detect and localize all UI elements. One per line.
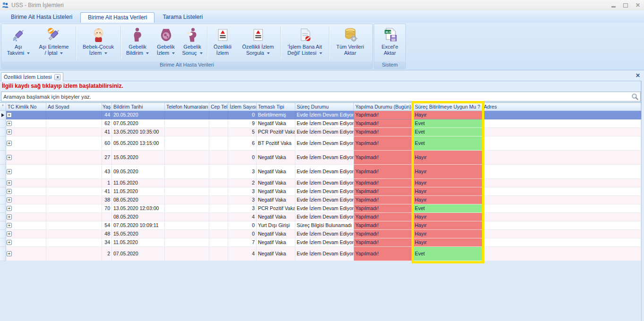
ribbon-tab-1[interactable]: Birime Ait Hasta Listeleri <box>4 12 79 23</box>
table-row[interactable]: +4309.05.20203Negatif VakaEvde İzlem Dev… <box>0 165 641 179</box>
cell-tc: + <box>6 247 46 261</box>
column-header-ad[interactable]: Ad Soyad <box>46 103 102 111</box>
expand-row-button[interactable]: + <box>7 112 12 118</box>
document-block-icon <box>297 27 313 42</box>
ribbon-tab-2[interactable]: Birime Ait Hasta Verileri <box>80 12 155 23</box>
ribbon-separator <box>76 26 76 59</box>
table-row[interactable]: +6005.05.2020 13:15:006BT Pozitif VakaEv… <box>0 136 641 151</box>
cell-uygun: Hayır <box>413 221 482 230</box>
minimize-button[interactable] <box>607 1 619 9</box>
cell-temasli: Negatif Vaka <box>257 196 295 204</box>
expand-row-button[interactable]: + <box>7 214 12 220</box>
cell-uygun: Evet <box>413 119 482 128</box>
ribbon-button-label: GebelikBildirim <box>126 44 149 56</box>
cell-yas: 2 <box>102 247 112 261</box>
ribbon-button-gebelik-i-zlem[interactable]: Gebelikİzlem <box>153 24 179 61</box>
cell-adres <box>482 196 641 204</box>
ribbon-button-a-erteleme-i-ptal[interactable]: Aşı Erteleme/ İptal <box>33 24 75 61</box>
column-header-yapilma[interactable]: Yapılma Durumu (Bugün) <box>354 103 413 111</box>
expand-row-button[interactable]: + <box>7 197 12 203</box>
cell-temasli: Negatif Vaka <box>257 230 295 238</box>
expand-row-button[interactable]: + <box>7 240 12 245</box>
column-header-telefon[interactable]: Telefon Numaraları <box>165 103 209 111</box>
ribbon-button-gebelik-sonu-[interactable]: GebelikSonuç <box>179 24 206 61</box>
column-header-bildirim[interactable]: Bildirim Tarihi <box>112 103 165 111</box>
expand-row-button[interactable]: + <box>7 121 12 126</box>
cell-tc: + <box>6 213 46 221</box>
cell-yas: 44 <box>102 111 112 119</box>
ribbon-tab-3[interactable]: Tarama Listeleri <box>155 12 210 23</box>
cell-izlem: 0 <box>228 151 257 165</box>
cell-uygun: Hayır <box>413 179 482 187</box>
cell-adres <box>482 165 641 179</box>
column-header-izlem[interactable]: İzlem Sayısı <box>228 103 257 111</box>
ribbon-button-excel-e-aktar[interactable]: XLSExcel'eAktar <box>377 24 403 61</box>
cell-cep <box>209 230 228 238</box>
table-row[interactable]: +08.05.20204Negatif VakaEvde İzlem Devam… <box>0 213 641 221</box>
doc-tab-ozellikli-izlem[interactable]: Özellikli İzlem Listesi x <box>1 72 63 81</box>
close-button[interactable]: ✕ <box>632 1 644 9</box>
column-header-yas[interactable]: Yaş <box>102 103 112 111</box>
table-row[interactable]: +3411.05.20207Negatif VakaEvde İzlem Dev… <box>0 238 641 247</box>
expand-row-button[interactable]: + <box>7 189 12 194</box>
column-header-temasli[interactable]: Temaslı Tipi <box>257 103 295 111</box>
table-row[interactable]: +4815.05.20200Negatif VakaEvde İzlem Dev… <box>0 230 641 238</box>
ribbon-button-a-takvimi[interactable]: AşıTakvimi <box>4 24 33 61</box>
table-row[interactable]: +5407.05.2020 10:09:110Yurt Dışı GirişiS… <box>0 221 641 230</box>
expand-row-button[interactable]: + <box>7 180 12 186</box>
cell-uygun: Evet <box>413 128 482 136</box>
column-header-uygun[interactable]: Süreç Bitirilmeye Uygun Mu ? <box>413 103 482 111</box>
cell-izlem: 6 <box>228 136 257 151</box>
expand-row-button[interactable]: + <box>7 206 12 211</box>
column-header-cep[interactable]: Cep Tel <box>209 103 228 111</box>
column-header-tc[interactable]: TC Kimlik No <box>6 103 46 111</box>
cell-izlem: 0 <box>228 221 257 230</box>
table-row[interactable]: +6207.05.20209Negatif VakaEvde İzlem Dev… <box>0 119 641 128</box>
table-row[interactable]: +2715.05.20200Negatif VakaEvde İzlem Dev… <box>0 151 641 165</box>
table-row[interactable]: +4420.05.20200BelirtilmemişEvde İzlem De… <box>0 111 641 119</box>
cell-temasli: Belirtilmemiş <box>257 111 295 119</box>
cell-cep <box>209 187 228 196</box>
restore-button[interactable] <box>619 1 632 9</box>
table-row[interactable]: +7013.05.2020 12:03:003PCR Pozitif VakaE… <box>0 204 641 213</box>
ribbon-button-gebelik-bildirim[interactable]: GebelikBildirim <box>122 24 153 61</box>
expand-row-button[interactable]: + <box>7 251 12 256</box>
column-header-adres[interactable]: Adres <box>482 103 641 111</box>
ribbon-button--zellikli-i-zlem[interactable]: Özellikliİzlem <box>208 24 237 61</box>
window-title: USS - Birim İşlemleri <box>11 2 64 8</box>
expand-row-button[interactable]: + <box>7 155 12 160</box>
database-gear-icon <box>343 27 358 42</box>
hint-text: İlgili kaydı sağ tıklayıp izlem başlatab… <box>2 83 123 89</box>
expand-row-button[interactable]: + <box>7 223 12 228</box>
document-arrow-icon <box>215 27 231 42</box>
cell-yas: 41 <box>102 187 112 196</box>
table-row[interactable]: +4111.05.20203Negatif VakaEvde İzlem Dev… <box>0 187 641 196</box>
search-input[interactable]: Aramaya başlamak için bişeyler yaz. <box>1 92 641 101</box>
cell-bildirim: 07.05.2020 <box>112 247 165 261</box>
expand-row-button[interactable]: + <box>7 169 12 174</box>
ribbon-button-bebek-ocuk-i-zlem[interactable]: Bebek-Çocukİzlem <box>77 24 120 61</box>
cell-surec: Evde İzlem Devam Ediyor <box>295 136 354 151</box>
cell-izlem: 3 <box>228 187 257 196</box>
content-area: Özellikli İzlem Listesi x ✕ İlgili kaydı… <box>0 71 644 321</box>
pane-close-icon[interactable]: ✕ <box>635 72 640 79</box>
expand-row-button[interactable]: + <box>7 141 12 146</box>
cell-adres <box>482 187 641 196</box>
table-row[interactable]: +3808.05.20203Negatif VakaEvde İzlem Dev… <box>0 196 641 204</box>
cell-surec: Evde İzlem Devam Ediyor <box>295 187 354 196</box>
column-header-indicator[interactable]: * <box>0 103 6 111</box>
table-row[interactable]: +111.05.20202Negatif VakaEvde İzlem Deva… <box>0 179 641 187</box>
expand-row-button[interactable]: + <box>7 231 12 237</box>
table-row[interactable]: +207.05.20204Negatif VakaEvde İzlem Deva… <box>0 247 641 261</box>
table-row[interactable]: +4113.05.2020 10:35:005PCR Pozitif VakaE… <box>0 128 641 136</box>
dropdown-arrow-icon <box>172 52 175 54</box>
ribbon-button--i-lem-bana-ait-de-il-listesi[interactable]: 'İşlem Bana AitDeğil' Listesi <box>282 24 328 61</box>
cell-temasli: Negatif Vaka <box>257 213 295 221</box>
ribbon-button--zellikli-i-zlem-sorgula[interactable]: Özellikli İzlemSorgula <box>237 24 279 61</box>
cell-uygun: Evet <box>413 247 482 261</box>
doc-tab-close-icon[interactable]: x <box>54 74 60 80</box>
ribbon-button-t-m-verileri-aktar[interactable]: Tüm VerileriAktar <box>330 24 370 61</box>
cell-ad <box>46 136 102 151</box>
expand-row-button[interactable]: + <box>7 129 12 135</box>
column-header-surec[interactable]: Süreç Durumu <box>295 103 354 111</box>
